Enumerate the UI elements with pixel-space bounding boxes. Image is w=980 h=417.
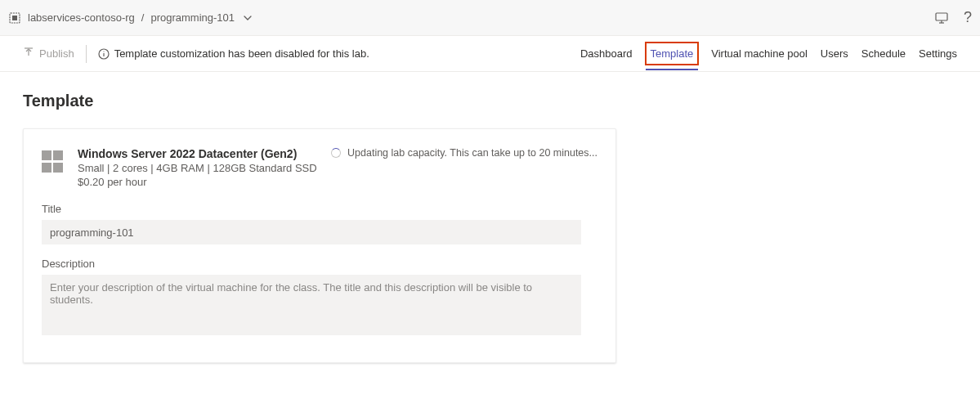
tab-template[interactable]: Template bbox=[646, 43, 699, 65]
breadcrumb-rg[interactable]: labservices-contoso-rg bbox=[28, 11, 135, 24]
tabs: Dashboard Template Virtual machine pool … bbox=[580, 38, 957, 70]
info-icon bbox=[98, 48, 110, 60]
publish-label: Publish bbox=[39, 47, 74, 60]
description-input[interactable] bbox=[42, 275, 581, 335]
upload-icon bbox=[23, 47, 34, 61]
chevron-down-icon[interactable] bbox=[243, 13, 253, 23]
vm-price: $0.20 per hour bbox=[78, 176, 317, 188]
vm-spec: Small | 2 cores | 4GB RAM | 128GB Standa… bbox=[78, 162, 317, 174]
page: Template Windows Server 2022 Datacenter … bbox=[0, 72, 980, 383]
description-field-group: Description bbox=[42, 258, 597, 338]
svg-rect-1 bbox=[12, 16, 17, 20]
vm-row: Windows Server 2022 Datacenter (Gen2) Sm… bbox=[42, 147, 597, 188]
windows-icon bbox=[42, 150, 65, 173]
status-area: Updating lab capacity. This can take up … bbox=[331, 147, 597, 159]
vm-meta: Windows Server 2022 Datacenter (Gen2) Sm… bbox=[78, 147, 317, 188]
divider bbox=[86, 45, 87, 63]
template-card: Windows Server 2022 Datacenter (Gen2) Sm… bbox=[23, 128, 616, 363]
title-input[interactable] bbox=[42, 220, 581, 244]
top-bar: labservices-contoso-rg / programming-101… bbox=[0, 0, 980, 36]
svg-rect-2 bbox=[936, 13, 947, 20]
info-message: Template customization has been disabled… bbox=[98, 47, 369, 60]
spinner-icon bbox=[331, 148, 341, 158]
breadcrumb-lab[interactable]: programming-101 bbox=[150, 11, 235, 24]
status-message: Updating lab capacity. This can take up … bbox=[347, 147, 597, 159]
tab-users[interactable]: Users bbox=[821, 38, 848, 70]
tab-settings[interactable]: Settings bbox=[919, 38, 957, 70]
vm-name: Windows Server 2022 Datacenter (Gen2) bbox=[78, 147, 317, 160]
help-icon[interactable]: ? bbox=[964, 9, 972, 26]
tab-vmpool[interactable]: Virtual machine pool bbox=[711, 38, 808, 70]
svg-point-9 bbox=[103, 51, 104, 52]
title-label: Title bbox=[42, 203, 597, 215]
breadcrumb: labservices-contoso-rg / programming-101 bbox=[8, 11, 934, 25]
title-field-group: Title bbox=[42, 203, 597, 244]
monitor-icon[interactable] bbox=[934, 11, 949, 25]
description-label: Description bbox=[42, 258, 597, 270]
toolbar: Publish Template customization has been … bbox=[0, 36, 980, 72]
tab-schedule[interactable]: Schedule bbox=[861, 38, 906, 70]
info-message-text: Template customization has been disabled… bbox=[114, 47, 369, 60]
top-right-actions: ? bbox=[934, 9, 972, 26]
publish-button: Publish bbox=[23, 47, 74, 61]
tab-dashboard[interactable]: Dashboard bbox=[580, 38, 633, 70]
resource-group-icon bbox=[8, 11, 21, 25]
page-title: Template bbox=[23, 92, 957, 110]
breadcrumb-separator: / bbox=[141, 11, 145, 24]
